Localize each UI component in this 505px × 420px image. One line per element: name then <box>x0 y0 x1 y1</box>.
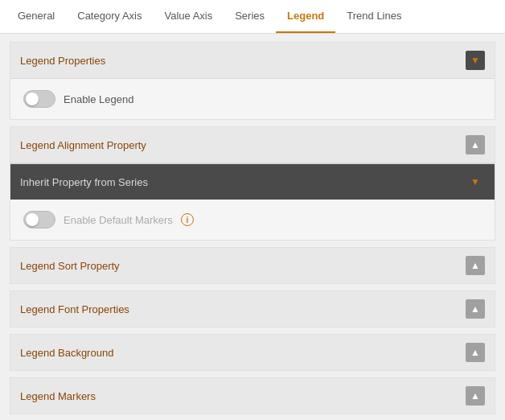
legend-font-header[interactable]: Legend Font Properties ▲ <box>10 291 495 327</box>
inherit-property-section: Inherit Property from Series ▼ Enable De… <box>10 163 495 240</box>
legend-properties-title: Legend Properties <box>20 55 105 67</box>
main-content: Legend Properties ▼ Enable Legend Legend… <box>0 34 505 420</box>
tab-general[interactable]: General <box>6 0 66 33</box>
toggle-thumb <box>26 93 39 105</box>
chevron-down-icon: ▼ <box>470 55 480 66</box>
legend-sort-header[interactable]: Legend Sort Property ▲ <box>10 248 495 283</box>
legend-sort-arrow[interactable]: ▲ <box>466 256 485 275</box>
legend-font-title: Legend Font Properties <box>20 303 129 315</box>
legend-background-arrow[interactable]: ▲ <box>466 343 485 362</box>
legend-properties-header[interactable]: Legend Properties ▼ <box>10 43 495 79</box>
toggle-track-2 <box>23 211 55 229</box>
legend-background-section: Legend Background ▲ <box>10 334 495 371</box>
tab-category-axis[interactable]: Category Axis <box>66 0 153 33</box>
info-icon[interactable]: i <box>181 213 194 226</box>
inherit-property-title: Inherit Property from Series <box>20 176 148 188</box>
legend-font-arrow[interactable]: ▲ <box>466 299 485 319</box>
enable-default-markers-toggle[interactable] <box>23 211 55 229</box>
legend-alignment-section: Legend Alignment Property ▲ Inherit Prop… <box>10 126 495 241</box>
legend-sort-title: Legend Sort Property <box>20 260 120 272</box>
legend-markers-arrow[interactable]: ▲ <box>466 386 485 406</box>
chevron-up-icon-4: ▲ <box>470 347 480 358</box>
toggle-track <box>23 90 55 108</box>
inherit-property-header[interactable]: Inherit Property from Series ▼ <box>10 164 495 200</box>
tab-value-axis[interactable]: Value Axis <box>153 0 224 33</box>
chevron-up-icon: ▲ <box>470 139 480 150</box>
enable-default-markers-label: Enable Default Markers <box>64 214 173 226</box>
tab-legend[interactable]: Legend <box>276 0 335 33</box>
legend-background-title: Legend Background <box>20 347 113 359</box>
tab-series[interactable]: Series <box>224 0 276 33</box>
chevron-up-icon-3: ▲ <box>470 303 480 315</box>
legend-background-header[interactable]: Legend Background ▲ <box>10 335 495 370</box>
legend-properties-section: Legend Properties ▼ Enable Legend <box>10 42 495 120</box>
inherit-property-body: Enable Default Markers i <box>10 200 495 240</box>
legend-properties-arrow[interactable]: ▼ <box>466 51 485 70</box>
legend-alignment-title: Legend Alignment Property <box>20 139 146 151</box>
chevron-up-icon-2: ▲ <box>470 260 480 271</box>
inherit-property-arrow[interactable]: ▼ <box>466 172 485 191</box>
legend-font-section: Legend Font Properties ▲ <box>10 290 495 327</box>
legend-alignment-header[interactable]: Legend Alignment Property ▲ <box>10 127 495 163</box>
legend-properties-body: Enable Legend <box>10 79 495 119</box>
tab-trend-lines[interactable]: Trend Lines <box>335 0 413 33</box>
legend-alignment-arrow[interactable]: ▲ <box>466 135 485 154</box>
chevron-up-icon-5: ▲ <box>470 390 480 401</box>
legend-markers-header[interactable]: Legend Markers ▲ <box>10 378 495 414</box>
toggle-thumb-2 <box>26 213 39 226</box>
enable-default-markers-row: Enable Default Markers i <box>23 211 482 229</box>
legend-markers-section: Legend Markers ▲ <box>10 377 495 414</box>
legend-sort-section: Legend Sort Property ▲ <box>10 247 495 284</box>
enable-legend-row: Enable Legend <box>23 90 482 108</box>
legend-markers-title: Legend Markers <box>20 390 96 402</box>
chevron-down-icon-2: ▼ <box>470 176 480 187</box>
enable-legend-label: Enable Legend <box>64 93 133 105</box>
enable-legend-toggle[interactable] <box>23 90 55 108</box>
tab-bar: General Category Axis Value Axis Series … <box>0 0 505 34</box>
